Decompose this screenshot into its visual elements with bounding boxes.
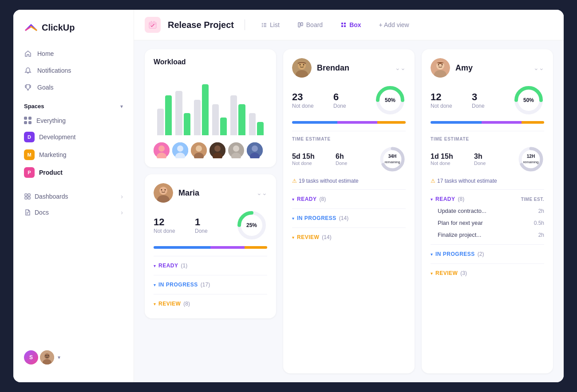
chart-avatar-1 [154, 142, 170, 158]
amy-not-done-count: 12 [431, 91, 472, 103]
sidebar-item-everything[interactable]: Everything [13, 113, 134, 128]
svg-rect-20 [341, 23, 343, 24]
brendan-time-estimate: TIME ESTIMATE 5d 15h Not done 6h Done [292, 131, 406, 172]
bar-group-5 [230, 95, 245, 135]
brendan-expand-icon[interactable]: ⌄⌄ [395, 64, 406, 71]
svg-point-9 [45, 355, 46, 356]
amy-name: Amy [455, 63, 473, 73]
svg-rect-12 [262, 23, 263, 24]
board-icon [297, 22, 304, 28]
main-content: Release Project List Board [134, 10, 564, 382]
task-item-2[interactable]: Plan for next year 0.5h [431, 217, 544, 229]
brendan-info: Brendan [292, 58, 349, 78]
maria-done-label: Done [195, 228, 236, 234]
svg-point-7 [44, 353, 50, 359]
brendan-te-done: 6h Done [336, 153, 379, 166]
bar-gray-4 [212, 104, 219, 135]
task-item-1[interactable]: Update contracto... 2h [431, 205, 544, 217]
sidebar: ClickUp Home Notifications [13, 10, 134, 382]
user-avatar-2[interactable] [40, 350, 54, 365]
footer-chevron-icon[interactable]: ▾ [58, 354, 60, 361]
amy-te-not-done: 1d 15h Not done [431, 153, 474, 166]
box-icon [147, 20, 158, 30]
list-icon [261, 22, 267, 28]
amy-inprogress-row[interactable]: ▾ IN PROGRESS (2) [431, 248, 544, 260]
brendan-donut: 50% [375, 85, 406, 116]
sidebar-item-goals[interactable]: Goals [19, 79, 128, 96]
svg-rect-23 [344, 25, 346, 27]
workload-title: Workload [154, 58, 267, 66]
sidebar-item-home[interactable]: Home [19, 45, 128, 62]
amy-te-not-done-val: 1d 15h [431, 153, 474, 161]
board-area: Workload [134, 40, 564, 382]
brendan-te-not-done-label: Not done [292, 161, 336, 166]
task-item-3[interactable]: Finalize project... 2h [431, 229, 544, 241]
maria-avatar [154, 183, 173, 203]
notifications-label: Notifications [37, 67, 71, 74]
app-container: ClickUp Home Notifications [13, 10, 564, 382]
tab-list[interactable]: List [256, 19, 285, 31]
amy-review-row[interactable]: ▾ REVIEW (3) [431, 267, 544, 279]
brendan-remaining-text: 34H remaining [384, 154, 400, 165]
development-badge: D [24, 132, 35, 142]
product-label: Product [39, 169, 63, 176]
maria-ready-row[interactable]: ▾ READY (1) [154, 260, 267, 271]
amy-te-done-val: 3h [474, 153, 518, 161]
bar-green-4 [220, 118, 227, 135]
amy-te-done: 3h Done [474, 153, 518, 166]
brendan-review-row[interactable]: ▾ REVIEW (14) [292, 231, 406, 243]
maria-expand-icon[interactable]: ⌄⌄ [257, 189, 267, 196]
sidebar-item-marketing[interactable]: M Marketing [13, 146, 134, 164]
user-avatar-s[interactable]: S [24, 350, 38, 365]
clickup-logo-icon [24, 20, 38, 35]
svg-rect-16 [262, 26, 263, 27]
brendan-te-not-done: 5d 15h Not done [292, 153, 336, 166]
maria-inprogress-row[interactable]: ▾ IN PROGRESS (17) [154, 279, 267, 290]
bar-group-1 [157, 95, 172, 135]
amy-te-done-label: Done [474, 161, 518, 166]
sidebar-item-notifications[interactable]: Notifications [19, 62, 128, 79]
left-column: Workload [145, 49, 276, 373]
amy-not-done-label: Not done [431, 103, 472, 109]
brendan-ready-row[interactable]: ▾ READY (8) [292, 193, 406, 205]
brendan-ready-chevron-icon: ▾ [292, 197, 294, 202]
goals-label: Goals [37, 84, 54, 91]
amy-te-donut: 12H remaining [518, 146, 544, 172]
sidebar-item-dashboards[interactable]: Dashboards › [19, 188, 128, 204]
maria-donut: 25% [236, 210, 267, 241]
maria-done: 1 Done [195, 216, 236, 234]
svg-rect-22 [341, 25, 343, 27]
sidebar-item-development[interactable]: D Development [13, 128, 134, 146]
spaces-chevron-icon[interactable]: ▾ [120, 103, 123, 110]
maria-face-icon [154, 183, 173, 203]
everything-label: Everything [36, 117, 66, 124]
svg-point-37 [233, 145, 239, 152]
maria-not-done: 12 Not done [154, 216, 195, 234]
add-view-button[interactable]: + Add view [374, 19, 415, 31]
bar-group-6 [249, 113, 264, 135]
development-label: Development [39, 133, 76, 141]
amy-expand-icon[interactable]: ⌄⌄ [534, 64, 544, 71]
brendan-inprogress-row[interactable]: ▾ IN PROGRESS (14) [292, 212, 406, 224]
maria-review-count: (8) [183, 301, 190, 307]
home-label: Home [37, 50, 54, 57]
tab-board-label: Board [306, 21, 323, 28]
maria-header: Maria ⌄⌄ [154, 183, 267, 203]
dashboards-icon [24, 193, 31, 200]
amy-inprogress-count: (2) [478, 251, 484, 257]
brendan-te-donut: 34H remaining [379, 146, 406, 172]
avatar-stack: S [24, 350, 54, 365]
sidebar-footer: S ▾ [13, 343, 134, 372]
bar-gray-1 [157, 109, 164, 135]
tab-board[interactable]: Board [292, 19, 328, 31]
sidebar-item-docs[interactable]: Docs › [19, 204, 128, 220]
svg-rect-0 [25, 194, 27, 196]
bar-green-5 [238, 104, 245, 135]
tab-box[interactable]: Box [335, 19, 366, 31]
brendan-name: Brendan [317, 63, 349, 73]
maria-review-row[interactable]: ▾ REVIEW (8) [154, 298, 267, 310]
amy-ready-row[interactable]: ▾ READY (8) TIME EST. [431, 193, 544, 205]
maria-percent: 25% [246, 222, 257, 228]
sidebar-item-product[interactable]: P Product [13, 164, 134, 181]
cards-grid: Workload [145, 49, 553, 373]
